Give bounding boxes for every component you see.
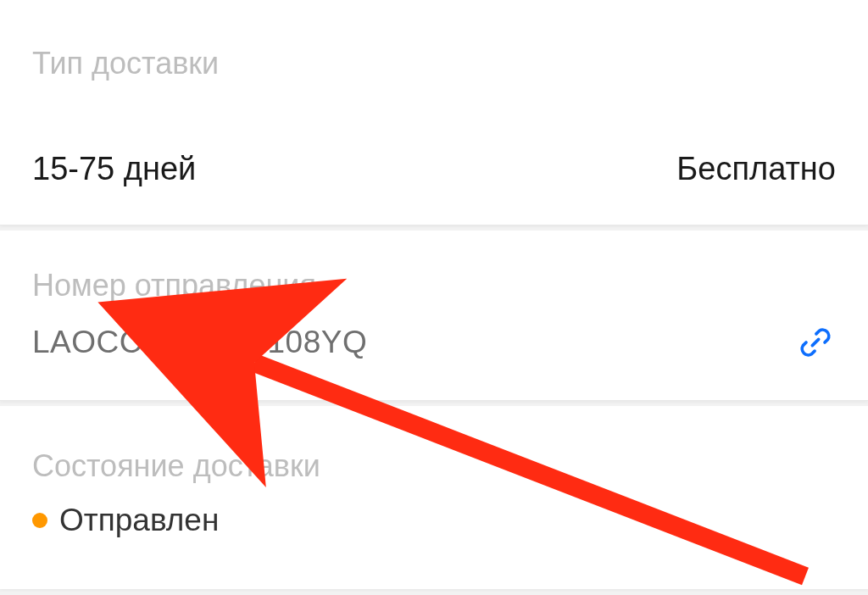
delivery-type-section: Тип доставки 15-75 дней Бесплатно [0, 0, 868, 225]
status-row: Отправлен [32, 503, 836, 538]
tracking-label: Номер отправления [32, 268, 836, 303]
status-label: Состояние доставки [32, 448, 836, 484]
delivery-duration: 15-75 дней [32, 151, 196, 187]
status-text: Отправлен [59, 503, 219, 538]
delivery-row: 15-75 дней Бесплатно [32, 151, 836, 187]
tracking-section: Номер отправления LAOCC1007722108YQ [0, 231, 868, 401]
tracking-row: LAOCC1007722108YQ [32, 322, 836, 363]
status-dot-icon [32, 513, 47, 528]
link-icon[interactable] [795, 322, 836, 363]
status-section: Состояние доставки Отправлен [0, 406, 868, 589]
delivery-cost: Бесплатно [676, 151, 836, 187]
delivery-type-label: Тип доставки [32, 46, 836, 81]
tracking-number: LAOCC1007722108YQ [32, 325, 367, 360]
